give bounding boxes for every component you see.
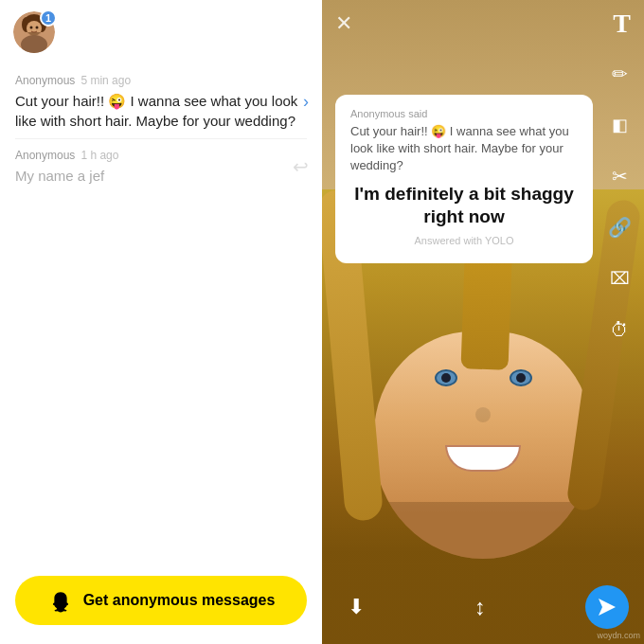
right-eye [510,369,532,386]
chevron-right-icon: › [303,92,309,112]
link-icon[interactable]: 🔗 [602,210,636,244]
message-text: My name a jef [15,166,307,186]
crop-icon[interactable]: ⌧ [602,261,636,295]
cta-label: Get anonymous messages [83,592,276,609]
reply-icon: ↩ [293,155,309,178]
eyes-row [374,369,592,386]
download-icon[interactable]: ⬇ [337,588,375,626]
message-sender: Anonymous [15,74,75,87]
svg-point-6 [30,27,33,29]
user-avatar-wrap: 1 [13,11,55,53]
snapchat-ghost-icon [47,587,74,614]
notification-badge: 1 [40,9,57,27]
timer-icon[interactable]: ⏱ [602,313,636,347]
get-anonymous-messages-button[interactable]: Get anonymous messages [15,576,307,625]
message-sender: Anonymous [15,149,75,162]
snap-top-bar: ✕ T [322,0,644,47]
message-time: 5 min ago [80,74,131,87]
send-arrow-icon [597,597,617,617]
message-item[interactable]: Anonymous 5 min ago Cut your hair!! 😜 I … [0,64,322,138]
pen-icon[interactable]: ✏ [602,57,636,91]
svg-marker-10 [599,599,616,616]
nose [475,407,491,422]
left-pupil [441,373,451,383]
scissors-icon[interactable]: ✂ [602,159,636,193]
card-question: Cut your hair!! 😜 I wanna see what you l… [350,123,578,175]
header-bar: 1 [0,0,322,61]
svg-point-7 [36,27,39,29]
messages-list: Anonymous 5 min ago Cut your hair!! 😜 I … [0,61,322,564]
bottom-bar: Get anonymous messages [0,564,322,644]
snap-toolbar-right: ✏ ◧ ✂ 🔗 ⌧ ⏱ [602,57,636,347]
card-answer: I'm definitely a bit shaggy right now [350,183,578,229]
right-pupil [516,373,526,383]
watermark: woydn.com [597,631,640,640]
send-button[interactable] [585,585,629,629]
message-meta: Anonymous 1 h ago [15,149,307,162]
left-eye [435,369,457,386]
sticker-icon[interactable]: ◧ [602,108,636,142]
text-tool-icon[interactable]: T [613,9,631,39]
mouth-teeth [445,445,521,472]
right-panel: ✕ T ✏ ◧ ✂ 🔗 ⌧ ⏱ Anonymous said Cut your … [322,0,644,644]
stubble [374,502,592,559]
message-card: Anonymous said Cut your hair!! 😜 I wanna… [335,95,593,263]
message-text: Cut your hair!! 😜 I wanna see what you l… [15,91,307,131]
close-button[interactable]: ✕ [335,11,352,36]
share-icon[interactable]: ↕ [461,588,499,626]
message-item[interactable]: Anonymous 1 h ago My name a jef ↩ [0,139,322,193]
message-meta: Anonymous 5 min ago [15,74,307,87]
message-time: 1 h ago [80,149,118,162]
card-answered-label: Answered with YOLO [350,235,578,246]
snap-bottom-bar: ⬇ ↕ [322,585,644,629]
left-panel: 1 Anonymous 5 min ago Cut your hair!! 😜 … [0,0,322,644]
card-anonymous-label: Anonymous said [350,108,578,119]
